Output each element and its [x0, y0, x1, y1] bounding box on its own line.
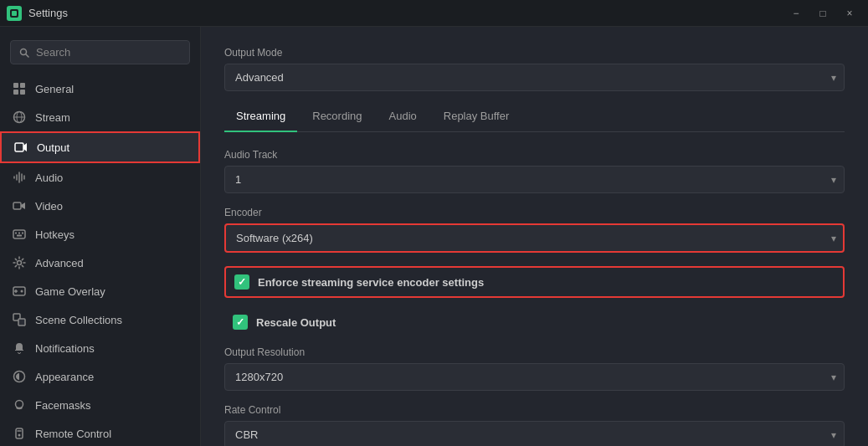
sidebar-item-label: Remote Control: [35, 428, 111, 440]
appearance-icon: [12, 369, 27, 384]
globe-icon: [12, 110, 27, 125]
video-icon: [12, 198, 27, 213]
svg-rect-11: [15, 143, 23, 151]
encoder-label: Encoder: [224, 207, 845, 218]
svg-rect-15: [18, 233, 20, 234]
svg-rect-7: [20, 90, 25, 95]
sidebar-item-advanced[interactable]: Advanced: [0, 249, 200, 277]
rescale-output-label: Rescale Output: [256, 316, 336, 329]
sidebar-item-label: Audio: [35, 172, 63, 184]
output-resolution-label: Output Resolution: [224, 346, 845, 358]
sidebar-item-label: Game Overlay: [35, 285, 105, 298]
titlebar-left: Settings: [7, 6, 68, 21]
tab-replay-buffer[interactable]: Replay Buffer: [432, 105, 521, 132]
svg-rect-6: [13, 90, 18, 95]
main-layout: General Stream Output: [0, 27, 868, 446]
bell-icon: [12, 341, 27, 356]
search-container: [0, 33, 200, 71]
output-resolution-wrapper: 1280x720 1920x1080 1024x576 854x480 ▾: [224, 363, 845, 391]
svg-rect-14: [15, 233, 17, 234]
rate-control-wrapper: CBR VBR CRF ▾: [224, 421, 845, 446]
output-tabs: Streaming Recording Audio Replay Buffer: [224, 105, 845, 132]
tab-streaming[interactable]: Streaming: [224, 105, 297, 132]
audio-track-dropdown-wrapper: 1 2 3 4 5 6 ▾: [224, 166, 845, 193]
sidebar-item-label: Video: [35, 200, 63, 213]
svg-line-3: [26, 54, 28, 56]
svg-rect-1: [12, 11, 17, 16]
output-mode-dropdown-wrapper: Advanced Simple ▾: [224, 64, 845, 91]
rescale-output-checkbox[interactable]: ✓: [233, 315, 248, 330]
encoder-dropdown-wrapper: Software (x264) Hardware (NVENC) Hardwar…: [224, 223, 845, 253]
window-controls: − □ ×: [784, 5, 861, 22]
remote-icon: [12, 426, 27, 441]
svg-point-24: [16, 401, 23, 408]
sidebar-item-label: Appearance: [35, 371, 94, 383]
svg-rect-12: [13, 202, 21, 209]
audio-track-select[interactable]: 1 2 3 4 5 6: [224, 166, 845, 193]
enforce-encoder-row: ✓ Enforce streaming service encoder sett…: [224, 266, 845, 298]
sidebar-item-label: Hotkeys: [35, 228, 74, 241]
search-box[interactable]: [10, 40, 190, 64]
advanced-icon: [12, 255, 27, 270]
titlebar: Settings − □ ×: [0, 0, 868, 27]
rescale-output-row: ✓ Rescale Output: [224, 308, 845, 336]
checkmark-icon: ✓: [238, 276, 246, 288]
svg-rect-17: [17, 235, 22, 237]
encoder-select[interactable]: Software (x264) Hardware (NVENC) Hardwar…: [224, 223, 845, 253]
sidebar-item-label: Scene Collections: [35, 314, 122, 326]
maximize-button[interactable]: □: [811, 5, 835, 22]
app-icon: [7, 6, 22, 21]
game-overlay-icon: [12, 284, 27, 299]
facemasks-icon: [12, 397, 27, 413]
rate-control-label: Rate Control: [224, 404, 845, 416]
sidebar-item-hotkeys[interactable]: Hotkeys: [0, 220, 200, 249]
svg-rect-22: [18, 319, 25, 326]
audio-track-label: Audio Track: [224, 149, 845, 161]
sidebar-item-general[interactable]: General: [0, 74, 200, 103]
svg-point-20: [21, 290, 23, 293]
svg-rect-16: [22, 233, 23, 234]
sidebar-item-label: Facemasks: [35, 399, 90, 412]
sidebar-item-label: Notifications: [35, 342, 95, 355]
sidebar-item-appearance[interactable]: Appearance: [0, 362, 200, 391]
audio-icon: [12, 170, 27, 185]
sidebar-item-label: General: [35, 83, 74, 95]
sidebar-item-output[interactable]: Output: [0, 131, 200, 163]
enforce-encoder-checkbox[interactable]: ✓: [234, 274, 249, 290]
sidebar-item-stream[interactable]: Stream: [0, 103, 200, 131]
close-button[interactable]: ×: [838, 5, 861, 22]
svg-point-18: [18, 261, 22, 265]
output-icon: [13, 140, 28, 155]
svg-point-26: [18, 434, 21, 437]
sidebar: General Stream Output: [0, 27, 201, 446]
svg-rect-25: [16, 428, 23, 438]
svg-rect-13: [13, 230, 25, 238]
output-resolution-select[interactable]: 1280x720 1920x1080 1024x576 854x480: [224, 363, 845, 391]
minimize-button[interactable]: −: [784, 5, 808, 22]
sidebar-item-audio[interactable]: Audio: [0, 163, 200, 192]
output-mode-label: Output Mode: [224, 47, 845, 59]
grid-icon: [12, 81, 27, 96]
scenes-icon: [12, 312, 27, 327]
hotkeys-icon: [12, 227, 27, 242]
sidebar-item-remote-control[interactable]: Remote Control: [0, 419, 200, 446]
search-input[interactable]: [36, 46, 181, 59]
sidebar-item-notifications[interactable]: Notifications: [0, 334, 200, 362]
search-icon: [19, 48, 29, 58]
rate-control-select[interactable]: CBR VBR CRF: [224, 421, 845, 446]
sidebar-item-label: Output: [37, 141, 69, 154]
output-mode-select[interactable]: Advanced Simple: [224, 64, 845, 91]
content-area: Output Mode Advanced Simple ▾ Streaming …: [201, 27, 868, 446]
sidebar-item-video[interactable]: Video: [0, 192, 200, 220]
sidebar-item-scene-collections[interactable]: Scene Collections: [0, 305, 200, 334]
tab-recording[interactable]: Recording: [300, 105, 373, 132]
svg-rect-5: [20, 83, 25, 88]
sidebar-item-label: Stream: [35, 111, 70, 124]
sidebar-item-facemasks[interactable]: Facemasks: [0, 391, 200, 419]
tab-audio[interactable]: Audio: [378, 105, 429, 132]
svg-rect-4: [13, 83, 18, 88]
sidebar-item-label: Advanced: [35, 257, 84, 269]
window-title: Settings: [28, 7, 68, 19]
enforce-encoder-label: Enforce streaming service encoder settin…: [258, 276, 484, 289]
sidebar-item-game-overlay[interactable]: Game Overlay: [0, 277, 200, 305]
